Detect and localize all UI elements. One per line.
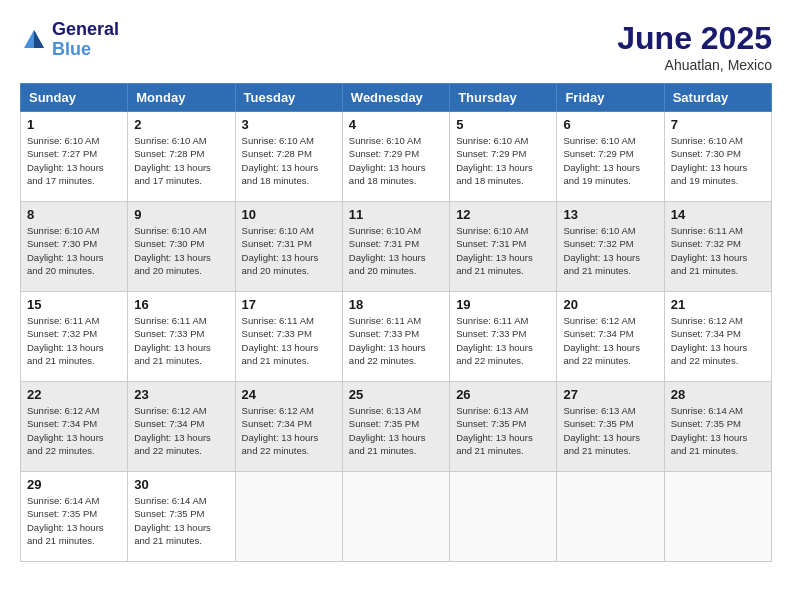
day-info: Sunrise: 6:11 AM Sunset: 7:33 PM Dayligh… [349, 314, 443, 367]
day-info: Sunrise: 6:14 AM Sunset: 7:35 PM Dayligh… [671, 404, 765, 457]
day-info: Sunrise: 6:10 AM Sunset: 7:28 PM Dayligh… [242, 134, 336, 187]
day-info: Sunrise: 6:13 AM Sunset: 7:35 PM Dayligh… [456, 404, 550, 457]
day-info: Sunrise: 6:10 AM Sunset: 7:30 PM Dayligh… [134, 224, 228, 277]
day-number: 1 [27, 117, 121, 132]
col-monday: Monday [128, 84, 235, 112]
day-cell-19: 19 Sunrise: 6:11 AM Sunset: 7:33 PM Dayl… [450, 292, 557, 382]
location: Ahuatlan, Mexico [617, 57, 772, 73]
day-cell-1: 1 Sunrise: 6:10 AM Sunset: 7:27 PM Dayli… [21, 112, 128, 202]
day-cell-26: 26 Sunrise: 6:13 AM Sunset: 7:35 PM Dayl… [450, 382, 557, 472]
page-header: General Blue June 2025 Ahuatlan, Mexico [20, 20, 772, 73]
day-cell-6: 6 Sunrise: 6:10 AM Sunset: 7:29 PM Dayli… [557, 112, 664, 202]
calendar-row-3: 15 Sunrise: 6:11 AM Sunset: 7:32 PM Dayl… [21, 292, 772, 382]
day-cell-8: 8 Sunrise: 6:10 AM Sunset: 7:30 PM Dayli… [21, 202, 128, 292]
col-thursday: Thursday [450, 84, 557, 112]
calendar-row-1: 1 Sunrise: 6:10 AM Sunset: 7:27 PM Dayli… [21, 112, 772, 202]
day-number: 7 [671, 117, 765, 132]
day-cell-11: 11 Sunrise: 6:10 AM Sunset: 7:31 PM Dayl… [342, 202, 449, 292]
day-cell-23: 23 Sunrise: 6:12 AM Sunset: 7:34 PM Dayl… [128, 382, 235, 472]
day-number: 21 [671, 297, 765, 312]
day-number: 19 [456, 297, 550, 312]
day-number: 25 [349, 387, 443, 402]
calendar-row-5: 29 Sunrise: 6:14 AM Sunset: 7:35 PM Dayl… [21, 472, 772, 562]
day-number: 15 [27, 297, 121, 312]
day-info: Sunrise: 6:13 AM Sunset: 7:35 PM Dayligh… [349, 404, 443, 457]
title-block: June 2025 Ahuatlan, Mexico [617, 20, 772, 73]
day-cell-28: 28 Sunrise: 6:14 AM Sunset: 7:35 PM Dayl… [664, 382, 771, 472]
svg-marker-1 [34, 30, 44, 48]
day-info: Sunrise: 6:12 AM Sunset: 7:34 PM Dayligh… [563, 314, 657, 367]
day-cell-30: 30 Sunrise: 6:14 AM Sunset: 7:35 PM Dayl… [128, 472, 235, 562]
day-info: Sunrise: 6:10 AM Sunset: 7:30 PM Dayligh… [27, 224, 121, 277]
day-info: Sunrise: 6:11 AM Sunset: 7:33 PM Dayligh… [242, 314, 336, 367]
day-cell-7: 7 Sunrise: 6:10 AM Sunset: 7:30 PM Dayli… [664, 112, 771, 202]
day-info: Sunrise: 6:10 AM Sunset: 7:30 PM Dayligh… [671, 134, 765, 187]
day-number: 24 [242, 387, 336, 402]
day-info: Sunrise: 6:10 AM Sunset: 7:28 PM Dayligh… [134, 134, 228, 187]
day-cell-20: 20 Sunrise: 6:12 AM Sunset: 7:34 PM Dayl… [557, 292, 664, 382]
month-title: June 2025 [617, 20, 772, 57]
col-friday: Friday [557, 84, 664, 112]
day-number: 9 [134, 207, 228, 222]
col-tuesday: Tuesday [235, 84, 342, 112]
day-info: Sunrise: 6:11 AM Sunset: 7:33 PM Dayligh… [134, 314, 228, 367]
day-info: Sunrise: 6:12 AM Sunset: 7:34 PM Dayligh… [671, 314, 765, 367]
logo: General Blue [20, 20, 119, 60]
day-info: Sunrise: 6:10 AM Sunset: 7:29 PM Dayligh… [456, 134, 550, 187]
col-saturday: Saturday [664, 84, 771, 112]
day-number: 20 [563, 297, 657, 312]
day-info: Sunrise: 6:11 AM Sunset: 7:32 PM Dayligh… [671, 224, 765, 277]
day-info: Sunrise: 6:10 AM Sunset: 7:31 PM Dayligh… [456, 224, 550, 277]
day-number: 26 [456, 387, 550, 402]
day-info: Sunrise: 6:12 AM Sunset: 7:34 PM Dayligh… [134, 404, 228, 457]
day-cell-14: 14 Sunrise: 6:11 AM Sunset: 7:32 PM Dayl… [664, 202, 771, 292]
day-cell-24: 24 Sunrise: 6:12 AM Sunset: 7:34 PM Dayl… [235, 382, 342, 472]
day-cell-12: 12 Sunrise: 6:10 AM Sunset: 7:31 PM Dayl… [450, 202, 557, 292]
day-cell-27: 27 Sunrise: 6:13 AM Sunset: 7:35 PM Dayl… [557, 382, 664, 472]
day-info: Sunrise: 6:10 AM Sunset: 7:29 PM Dayligh… [563, 134, 657, 187]
day-cell-10: 10 Sunrise: 6:10 AM Sunset: 7:31 PM Dayl… [235, 202, 342, 292]
day-info: Sunrise: 6:13 AM Sunset: 7:35 PM Dayligh… [563, 404, 657, 457]
empty-cell [342, 472, 449, 562]
day-info: Sunrise: 6:12 AM Sunset: 7:34 PM Dayligh… [27, 404, 121, 457]
day-number: 30 [134, 477, 228, 492]
empty-cell [235, 472, 342, 562]
day-cell-2: 2 Sunrise: 6:10 AM Sunset: 7:28 PM Dayli… [128, 112, 235, 202]
day-number: 27 [563, 387, 657, 402]
calendar-row-2: 8 Sunrise: 6:10 AM Sunset: 7:30 PM Dayli… [21, 202, 772, 292]
day-info: Sunrise: 6:10 AM Sunset: 7:29 PM Dayligh… [349, 134, 443, 187]
day-info: Sunrise: 6:12 AM Sunset: 7:34 PM Dayligh… [242, 404, 336, 457]
calendar-header-row: Sunday Monday Tuesday Wednesday Thursday… [21, 84, 772, 112]
day-cell-5: 5 Sunrise: 6:10 AM Sunset: 7:29 PM Dayli… [450, 112, 557, 202]
day-info: Sunrise: 6:10 AM Sunset: 7:31 PM Dayligh… [242, 224, 336, 277]
day-number: 12 [456, 207, 550, 222]
day-cell-29: 29 Sunrise: 6:14 AM Sunset: 7:35 PM Dayl… [21, 472, 128, 562]
day-number: 29 [27, 477, 121, 492]
calendar-row-4: 22 Sunrise: 6:12 AM Sunset: 7:34 PM Dayl… [21, 382, 772, 472]
day-number: 23 [134, 387, 228, 402]
day-number: 10 [242, 207, 336, 222]
col-wednesday: Wednesday [342, 84, 449, 112]
day-cell-25: 25 Sunrise: 6:13 AM Sunset: 7:35 PM Dayl… [342, 382, 449, 472]
day-number: 2 [134, 117, 228, 132]
day-cell-18: 18 Sunrise: 6:11 AM Sunset: 7:33 PM Dayl… [342, 292, 449, 382]
day-number: 6 [563, 117, 657, 132]
day-number: 11 [349, 207, 443, 222]
day-number: 14 [671, 207, 765, 222]
day-number: 13 [563, 207, 657, 222]
day-cell-17: 17 Sunrise: 6:11 AM Sunset: 7:33 PM Dayl… [235, 292, 342, 382]
logo-icon [20, 26, 48, 54]
day-number: 28 [671, 387, 765, 402]
day-number: 18 [349, 297, 443, 312]
day-number: 3 [242, 117, 336, 132]
day-cell-13: 13 Sunrise: 6:10 AM Sunset: 7:32 PM Dayl… [557, 202, 664, 292]
calendar-table: Sunday Monday Tuesday Wednesday Thursday… [20, 83, 772, 562]
day-info: Sunrise: 6:10 AM Sunset: 7:27 PM Dayligh… [27, 134, 121, 187]
day-info: Sunrise: 6:14 AM Sunset: 7:35 PM Dayligh… [27, 494, 121, 547]
day-cell-22: 22 Sunrise: 6:12 AM Sunset: 7:34 PM Dayl… [21, 382, 128, 472]
day-cell-16: 16 Sunrise: 6:11 AM Sunset: 7:33 PM Dayl… [128, 292, 235, 382]
day-info: Sunrise: 6:11 AM Sunset: 7:33 PM Dayligh… [456, 314, 550, 367]
empty-cell [557, 472, 664, 562]
day-cell-21: 21 Sunrise: 6:12 AM Sunset: 7:34 PM Dayl… [664, 292, 771, 382]
day-cell-4: 4 Sunrise: 6:10 AM Sunset: 7:29 PM Dayli… [342, 112, 449, 202]
